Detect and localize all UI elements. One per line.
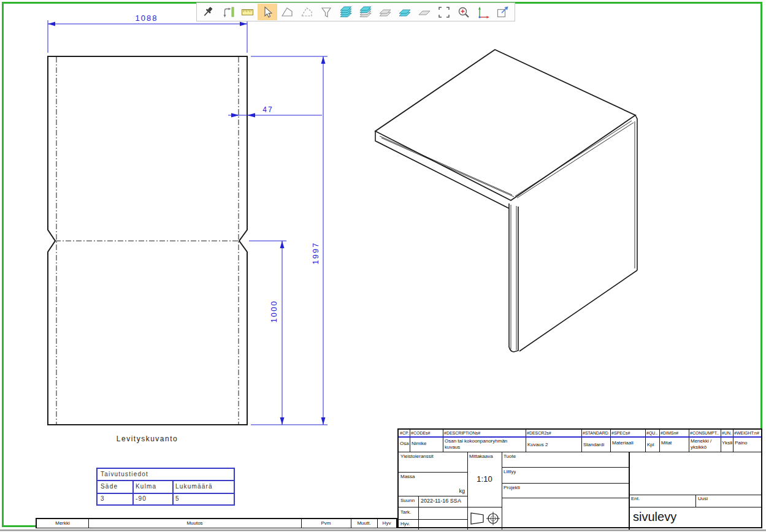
tb-ph-weight: #WEIGHT:n# — [734, 430, 762, 436]
bend-table-val-angle: -90 — [136, 495, 147, 502]
rev-pvm: Pvm — [301, 520, 351, 526]
table-line — [172, 480, 174, 504]
open-in-window-icon[interactable] — [493, 4, 513, 20]
layers-stack-icon[interactable] — [336, 4, 356, 20]
tb-ent-label: Ent. — [631, 496, 640, 502]
flat-view-label: Levityskuvanto — [98, 435, 196, 443]
rev-hyv: Hyv — [377, 520, 396, 526]
sketch-plane-icon[interactable] — [277, 4, 297, 20]
tb-mittakaava-label: Mittakaava — [469, 454, 493, 460]
layers-flat-cyan-icon[interactable] — [395, 4, 415, 20]
tb-uusi-label: Uusi — [698, 496, 708, 502]
dim-text-flange[interactable]: 47 — [262, 105, 273, 114]
revision-row: Merkki Muutos Pvm Muutt. Hyv — [36, 518, 397, 528]
rev-muutos: Muutos — [88, 520, 301, 526]
tb-label-osa: Osa — [400, 441, 409, 447]
bend-table-col-angle: Kulma — [136, 483, 156, 490]
tb-label-menekki: Menekki / yksikkö — [691, 438, 718, 450]
bend-table-val-radius: 3 — [101, 495, 105, 502]
tb-massa: Massa — [400, 474, 415, 480]
tb-ph-descr2: #DESCR2s# — [527, 430, 580, 436]
layers-stack-alt-icon[interactable] — [356, 4, 375, 20]
tb-ph-unit: #UN... — [722, 430, 732, 436]
tb-label-nimike: Nimike — [412, 441, 442, 447]
ruler-icon[interactable] — [238, 4, 258, 20]
selection-frame-icon[interactable] — [434, 4, 454, 20]
tb-tuote: Tuote — [504, 454, 516, 460]
projection-symbol-icon — [469, 508, 500, 528]
tb-scale-value: 1:10 — [467, 476, 502, 482]
tb-hyv-label: Hyv. — [400, 521, 410, 527]
cad-app-window: 1088 47 1997 1000 Levityskuvanto — [0, 0, 766, 532]
bend-table-title: Taivutustiedot — [101, 471, 148, 477]
filter-icon[interactable] — [316, 4, 336, 20]
tb-label-mitat: Mitat — [661, 440, 687, 446]
axes-icon[interactable] — [473, 4, 493, 20]
tb-label-standardi: Standardi — [583, 442, 609, 448]
select-cursor-icon[interactable] — [258, 4, 277, 20]
bend-data-table: Taivutustiedot Säde Kulma Lukumäärä 3 -9… — [96, 468, 235, 506]
tb-ph-consumption: #CONSUMPT.. — [690, 430, 719, 436]
tb-label-yksikko: Yksikkö — [722, 440, 732, 446]
layer-single-icon[interactable] — [415, 4, 434, 20]
table-line — [132, 480, 134, 504]
tb-ph-qty: #QU.. — [646, 430, 658, 436]
zoom-in-icon[interactable] — [454, 4, 473, 20]
dim-text-width[interactable]: 1088 — [136, 13, 158, 23]
tb-ph-code: #CODEs# — [411, 430, 442, 436]
tb-ph-spec: #SPECs# — [611, 430, 644, 436]
title-block: #CP... #CODEs# #DESCRIPTIONs# #DESCR2s# … — [397, 428, 762, 528]
tb-ph-standard: #STANDARD.. — [583, 430, 609, 436]
tb-label-kuvaus: Osan tai kokoonpanoryhmän kuvaus — [445, 438, 523, 450]
tb-ph-description: #DESCRIPTIONs# — [444, 430, 524, 436]
tb-ph-dims: #DIMSn# — [661, 430, 687, 436]
tb-label-materiaali: Materiaali — [612, 440, 644, 446]
dim-text-total-height[interactable]: 1997 — [311, 242, 320, 265]
tb-liittyy: Liittyy — [504, 469, 516, 475]
tb-yleistoleranssit: Yleistoleranssit — [400, 454, 434, 460]
dim-text-lower-height[interactable]: 1000 — [269, 300, 278, 323]
rev-muutt: Muutt. — [351, 520, 377, 526]
measure-arrow-icon[interactable] — [218, 4, 238, 20]
table-line — [98, 493, 234, 494]
tb-part-name: sivulevy — [633, 509, 676, 524]
tb-ph-cp: #CP... — [400, 430, 409, 436]
tb-massa-unit: kg — [451, 488, 465, 494]
tb-suunn-label: Suunn — [400, 498, 415, 504]
bend-table-val-count: 5 — [175, 495, 180, 502]
table-line — [98, 480, 234, 481]
layers-flat-gray-icon[interactable] — [375, 4, 395, 20]
tb-projekti: Projekti — [504, 485, 520, 491]
toolbar — [196, 2, 515, 21]
tb-label-kuvaus2: Kuvaus 2 — [527, 442, 580, 448]
iso-view[interactable] — [375, 50, 637, 352]
rev-merkki: Merkki — [37, 520, 88, 526]
tb-tark-label: Tark. — [400, 509, 411, 515]
bend-table-col-radius: Säde — [101, 483, 118, 490]
tb-suunn-value: 2022-11-16 SSA — [421, 498, 461, 504]
tb-label-paino: Paino — [735, 440, 762, 446]
sketch-plane-dashed-icon[interactable] — [297, 4, 316, 20]
tb-label-kpl: Kpl — [647, 442, 658, 448]
bend-table-col-count: Lukumäärä — [175, 483, 213, 490]
pin-icon[interactable] — [199, 4, 218, 20]
selected-row-highlight — [399, 436, 761, 438]
